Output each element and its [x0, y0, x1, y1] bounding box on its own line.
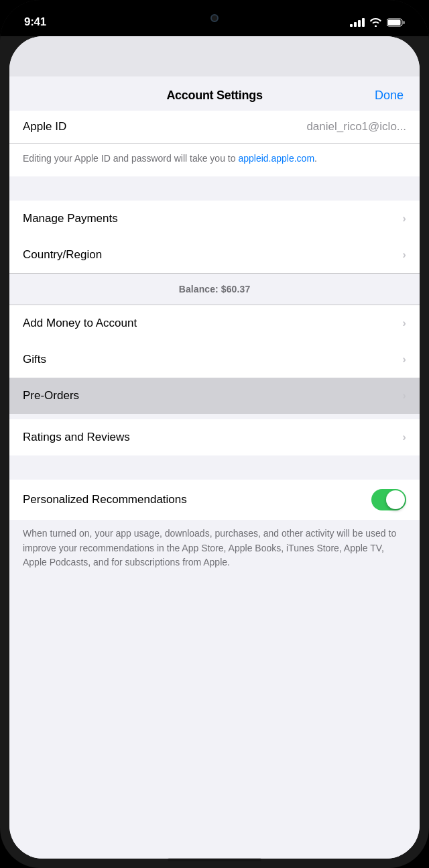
country-region-row[interactable]: Country/Region › — [9, 237, 420, 273]
personalized-rec-description: When turned on, your app usage, download… — [9, 520, 420, 584]
chevron-icon: › — [402, 317, 406, 330]
toggle-thumb — [386, 490, 405, 509]
balance-label: Balance: $60.37 — [179, 284, 251, 294]
add-money-label: Add Money to Account — [23, 317, 137, 330]
apple-id-label: Apple ID — [23, 120, 66, 133]
status-bar: 9:41 — [0, 0, 429, 36]
personalized-rec-group: Personalized Recommendations — [9, 480, 420, 520]
phone-frame: 9:41 — [0, 0, 429, 868]
settings-container[interactable]: Apple ID daniel_rico1@iclo... Editing yo… — [9, 111, 420, 849]
pre-orders-label: Pre-Orders — [23, 389, 79, 402]
balance-actions-group: Add Money to Account › Gifts › Pre-Order… — [9, 305, 420, 414]
modal-sheet: Account Settings Done Apple ID daniel_ri… — [9, 76, 420, 859]
chevron-icon: › — [402, 212, 406, 225]
svg-rect-1 — [388, 19, 401, 25]
status-time: 9:41 — [24, 15, 46, 29]
personalized-rec-row: Personalized Recommendations — [9, 480, 420, 520]
spacer-1 — [9, 176, 420, 201]
manage-payments-label: Manage Payments — [23, 212, 118, 225]
apple-id-value: daniel_rico1@iclo... — [306, 120, 406, 133]
page-title: Account Settings — [166, 89, 262, 103]
camera-notch — [171, 7, 258, 30]
ratings-reviews-row[interactable]: Ratings and Reviews › — [9, 419, 420, 455]
personalized-rec-toggle[interactable] — [371, 489, 406, 510]
apple-id-row[interactable]: Apple ID daniel_rico1@iclo... — [9, 111, 420, 144]
wifi-icon — [370, 18, 381, 27]
apple-id-link[interactable]: appleid.apple.com — [238, 153, 314, 164]
manage-payments-row[interactable]: Manage Payments › — [9, 201, 420, 237]
screen: Account Settings Done Apple ID daniel_ri… — [9, 36, 420, 859]
gifts-row[interactable]: Gifts › — [9, 341, 420, 378]
status-icons — [350, 17, 405, 27]
chevron-icon: › — [402, 248, 406, 262]
battery-icon — [387, 18, 405, 27]
svg-rect-2 — [403, 21, 405, 24]
toggle-track — [371, 489, 406, 510]
add-money-row[interactable]: Add Money to Account › — [9, 305, 420, 341]
done-button[interactable]: Done — [375, 89, 404, 103]
info-text-after: . — [314, 153, 317, 164]
ratings-group: Ratings and Reviews › — [9, 419, 420, 455]
pre-orders-row[interactable]: Pre-Orders › — [9, 378, 420, 414]
apple-id-info: Editing your Apple ID and password will … — [9, 144, 420, 176]
bg-content — [9, 36, 420, 76]
gifts-label: Gifts — [23, 353, 46, 366]
payments-group: Manage Payments › Country/Region › — [9, 201, 420, 273]
chevron-icon: › — [402, 431, 406, 444]
personalized-rec-label: Personalized Recommendations — [23, 493, 187, 506]
country-region-label: Country/Region — [23, 248, 102, 262]
apple-id-group: Apple ID daniel_rico1@iclo... Editing yo… — [9, 111, 420, 176]
spacer-2 — [9, 414, 420, 419]
signal-icon — [350, 17, 365, 27]
nav-bar: Account Settings Done — [9, 76, 420, 111]
home-indicator — [168, 858, 261, 861]
balance-section: Balance: $60.37 — [9, 273, 420, 305]
info-text-before: Editing your Apple ID and password will … — [23, 153, 238, 164]
chevron-icon: › — [402, 353, 406, 366]
spacer-3 — [9, 455, 420, 480]
ratings-reviews-label: Ratings and Reviews — [23, 431, 130, 444]
camera-dot — [210, 14, 219, 22]
chevron-icon: › — [402, 389, 406, 402]
